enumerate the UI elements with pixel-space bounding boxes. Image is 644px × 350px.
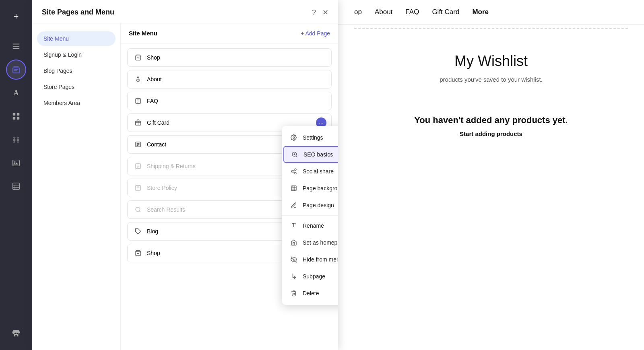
website-content: My Wishlist products you've saved to you… [338,29,644,161]
design-icon [290,201,298,209]
modal-header: Site Pages and Menu ? ✕ [32,0,338,23]
svg-line-45 [139,211,140,212]
context-design-label: Page design [303,202,334,208]
modal-header-actions: ? ✕ [312,9,328,16]
main-area: op About FAQ Gift Card More My Wishlist … [32,0,644,350]
page-item-label: About [147,76,325,82]
page-item-faq[interactable]: FAQ [127,92,332,110]
apps-icon[interactable] [6,106,26,126]
gift-icon [134,119,142,127]
context-page-design[interactable]: Page design [282,197,338,214]
nav-members-area[interactable]: Members Area [37,96,116,110]
context-rename[interactable]: T Rename [282,217,338,234]
shop2-icon [134,249,142,257]
svg-line-55 [293,172,295,173]
page-item-label: Gift Card [147,119,325,126]
context-set-homepage[interactable]: Set as homepage [282,234,338,251]
nav-site-menu[interactable]: Site Menu [37,31,116,46]
contact-icon [134,140,142,148]
page-item-shop[interactable]: Shop [127,48,332,67]
search-icon [134,206,142,214]
pages-icon[interactable] [6,60,26,80]
rename-icon: T [290,222,298,230]
svg-point-52 [295,169,296,170]
svg-rect-8 [17,113,19,115]
store-icon[interactable] [6,323,26,344]
modal-title: Site Pages and Menu [42,8,114,16]
context-hide-label: Hide from menu [303,256,338,263]
social-icon [290,167,298,175]
layers-icon[interactable] [6,36,26,56]
context-seo-label: SEO basics [303,151,333,158]
svg-rect-13 [13,183,20,190]
subpage-icon: ↳ [290,272,298,280]
website-preview: op About FAQ Gift Card More My Wishlist … [338,0,644,350]
context-rename-label: Rename [303,222,324,229]
nav-more[interactable]: More [472,8,489,16]
context-page-background[interactable]: Page background [282,180,338,197]
svg-point-12 [14,161,16,163]
context-subpage[interactable]: ↳ Subpage [282,268,338,285]
help-button[interactable]: ? [312,9,316,16]
nav-giftcard[interactable]: Gift Card [432,8,459,16]
nav-faq[interactable]: FAQ [405,8,419,16]
svg-point-44 [136,207,140,212]
context-homepage-label: Set as homepage [303,239,338,246]
svg-rect-6 [14,70,17,71]
context-social-label: Social share [303,168,334,175]
svg-rect-5 [14,69,19,70]
context-subpage-label: Subpage [303,273,325,280]
context-settings[interactable]: Settings [282,129,338,146]
empty-message: You haven't added any products yet. [354,115,628,126]
shop-icon [134,54,142,62]
text-icon[interactable]: A [6,83,26,103]
website-nav: op About FAQ Gift Card More [338,0,644,25]
svg-rect-58 [291,186,293,187]
svg-point-18 [138,77,139,78]
modal-right-header: Site Menu + Add Page [121,23,338,43]
page-item-label: Shop [147,54,325,61]
media-icon[interactable] [6,153,26,173]
sidebar: + A [0,0,32,350]
svg-point-54 [295,173,296,174]
context-bg-label: Page background [303,185,338,191]
close-button[interactable]: ✕ [322,9,328,16]
plugins-icon[interactable] [6,130,26,150]
context-hide-menu[interactable]: Hide from menu [282,251,338,268]
context-seo-basics[interactable]: SEO basics [283,146,338,163]
faq-icon [134,97,142,105]
page-item-about[interactable]: About [127,70,332,89]
svg-rect-10 [17,117,19,119]
context-settings-label: Settings [303,134,323,141]
seo-icon [291,150,299,159]
nav-shop[interactable]: op [354,8,362,16]
nav-signup-login[interactable]: Signup & Login [37,47,116,62]
nav-store-pages[interactable]: Store Pages [37,80,116,94]
add-icon[interactable]: + [6,6,26,27]
shipping-icon [134,162,142,170]
nav-about[interactable]: About [375,8,392,16]
add-page-button[interactable]: + Add Page [301,30,330,37]
site-pages-modal: Site Pages and Menu ? ✕ Site Menu Signup… [32,0,338,350]
policy-icon [134,184,142,192]
wishlist-subtitle: products you've saved to your wishlist. [354,76,628,83]
context-delete-label: Delete [303,290,319,296]
svg-rect-11 [13,160,20,166]
anchor-icon [134,75,142,83]
nav-blog-pages[interactable]: Blog Pages [37,64,116,78]
wishlist-title: My Wishlist [354,53,628,70]
background-icon [290,184,298,192]
blog-icon [134,227,142,235]
modal-right-title: Site Menu [129,30,157,37]
svg-rect-9 [13,117,15,119]
modal-body: Site Menu Signup & Login Blog Pages Stor… [32,23,338,350]
context-menu: Settings SEO basics Social share [282,126,338,305]
svg-rect-1 [13,46,20,47]
table-icon[interactable] [6,176,26,196]
divider [282,215,338,216]
context-delete[interactable]: Delete [282,285,338,302]
svg-rect-2 [13,48,20,49]
context-social-share[interactable]: Social share [282,163,338,180]
svg-rect-7 [13,113,15,115]
start-adding[interactable]: Start adding products [354,130,628,137]
